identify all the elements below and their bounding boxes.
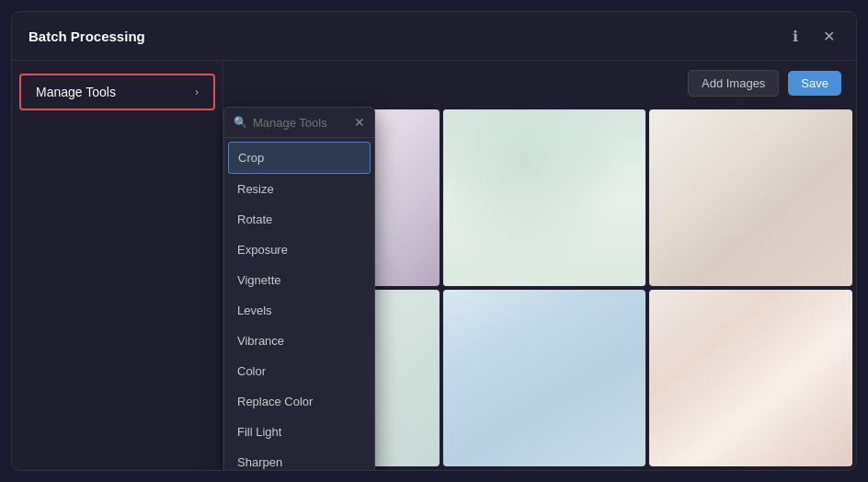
- dropdown-item-replace-color[interactable]: Replace Color: [224, 386, 374, 417]
- dropdown-item-label: Vibrance: [237, 334, 284, 348]
- dropdown-item-label: Replace Color: [237, 395, 313, 408]
- tools-dropdown: 🔍 ✕ Crop Resize Rotate Exposure: [223, 107, 375, 470]
- dropdown-item-label: Sharpen: [237, 455, 282, 469]
- dropdown-item-color[interactable]: Color: [224, 356, 374, 386]
- chevron-right-icon: ›: [195, 86, 199, 98]
- dropdown-item-label: Fill Light: [237, 425, 281, 439]
- dropdown-search-bar: 🔍 ✕: [224, 108, 374, 138]
- dropdown-item-rotate[interactable]: Rotate: [224, 204, 374, 235]
- modal-title: Batch Processing: [29, 29, 145, 44]
- dropdown-item-vibrance[interactable]: Vibrance: [224, 326, 374, 356]
- close-icon: ✕: [823, 28, 835, 45]
- manage-tools-label: Manage Tools: [36, 85, 116, 99]
- dropdown-item-label: Vignette: [237, 273, 280, 287]
- add-images-button[interactable]: Add Images: [688, 70, 779, 97]
- batch-processing-modal: Batch Processing ℹ ✕ Manage Tools › 🔍: [11, 11, 857, 471]
- dropdown-item-label: Resize: [237, 182, 274, 196]
- image-cell-6[interactable]: [649, 290, 852, 466]
- image-cell-3[interactable]: [649, 109, 852, 286]
- close-button[interactable]: ✕: [817, 25, 839, 47]
- dropdown-item-sharpen[interactable]: Sharpen: [224, 447, 374, 470]
- sidebar: Manage Tools ›: [12, 61, 223, 470]
- dropdown-item-exposure[interactable]: Exposure: [224, 235, 374, 265]
- modal-header: Batch Processing ℹ ✕: [12, 12, 856, 61]
- header-icons: ℹ ✕: [784, 25, 839, 47]
- dropdown-item-label: Levels: [237, 304, 272, 317]
- dropdown-item-fill-light[interactable]: Fill Light: [224, 417, 374, 447]
- dropdown-item-crop[interactable]: Crop: [228, 142, 371, 174]
- manage-tools-item[interactable]: Manage Tools ›: [19, 74, 215, 110]
- dropdown-list: Crop Resize Rotate Exposure Vignette Lev…: [224, 138, 374, 470]
- dropdown-clear-button[interactable]: ✕: [354, 115, 365, 130]
- info-button[interactable]: ℹ: [784, 25, 806, 47]
- dropdown-search-input[interactable]: [253, 116, 348, 130]
- dropdown-item-label: Exposure: [237, 243, 288, 257]
- toolbar: Add Images Save: [223, 61, 856, 106]
- image-cell-5[interactable]: [443, 290, 646, 466]
- modal-body: Manage Tools › 🔍 ✕ Crop Resize: [12, 61, 856, 470]
- dropdown-item-label: Rotate: [237, 212, 272, 226]
- save-button[interactable]: Save: [788, 71, 841, 96]
- dropdown-item-vignette[interactable]: Vignette: [224, 265, 374, 295]
- dropdown-item-resize[interactable]: Resize: [224, 174, 374, 204]
- dropdown-item-label: Crop: [238, 151, 264, 165]
- clear-icon: ✕: [354, 115, 365, 130]
- dropdown-item-levels[interactable]: Levels: [224, 295, 374, 326]
- image-cell-2[interactable]: [443, 109, 646, 286]
- search-icon: 🔍: [234, 116, 247, 129]
- info-icon: ℹ: [793, 28, 798, 45]
- dropdown-item-label: Color: [237, 364, 266, 378]
